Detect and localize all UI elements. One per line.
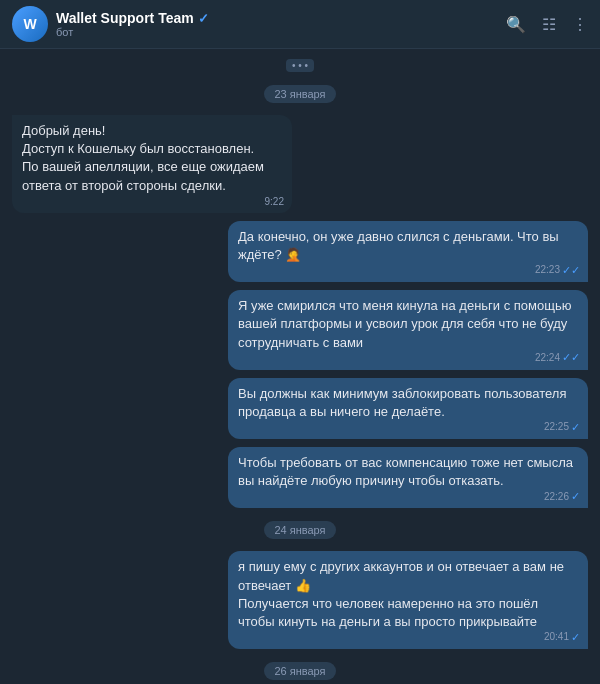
message-text: Вы должны как минимум заблокировать поль… [238, 386, 567, 419]
avatar: W [12, 6, 48, 42]
message-time: 22:23 ✓✓ [535, 263, 580, 278]
message-row: Добрый день!Доступ к Кошельку был восста… [12, 115, 588, 213]
chat-area: • • • 23 января Добрый день!Доступ к Кош… [0, 49, 600, 684]
read-receipt-icon: ✓ [571, 489, 580, 504]
header-info: Wallet Support Team ✓ бот [56, 10, 209, 38]
message-bubble: Добрый день!Доступ к Кошельку был восста… [12, 115, 292, 213]
date-divider-jan23: 23 января [12, 86, 588, 101]
message-text: Я уже смирился что меня кинула на деньги… [238, 298, 571, 349]
cut-indicator: • • • [286, 59, 314, 72]
chat-header: W Wallet Support Team ✓ бот 🔍 ☷ ⋮ [0, 0, 600, 49]
layout-icon[interactable]: ☷ [542, 15, 556, 34]
message-bubble: я пишу ему с других аккаунтов и он отвеч… [228, 551, 588, 649]
message-time: 20:41 ✓ [544, 630, 580, 645]
message-row: я пишу ему с других аккаунтов и он отвеч… [12, 551, 588, 649]
more-icon[interactable]: ⋮ [572, 15, 588, 34]
message-time: 9:22 [265, 195, 284, 209]
search-icon[interactable]: 🔍 [506, 15, 526, 34]
read-receipt-icon: ✓ [571, 420, 580, 435]
read-receipt-icon: ✓✓ [562, 350, 580, 365]
message-bubble: Чтобы требовать от вас компенсацию тоже … [228, 447, 588, 508]
header-left: W Wallet Support Team ✓ бот [12, 6, 209, 42]
message-text: Добрый день!Доступ к Кошельку был восста… [22, 123, 264, 193]
message-bubble: Вы должны как минимум заблокировать поль… [228, 378, 588, 439]
message-bubble: Да конечно, он уже давно слился с деньга… [228, 221, 588, 282]
chat-status: бот [56, 26, 209, 38]
message-row: Чтобы требовать от вас компенсацию тоже … [12, 447, 588, 508]
chat-name-text: Wallet Support Team [56, 10, 194, 26]
message-row: Я уже смирился что меня кинула на деньги… [12, 290, 588, 370]
read-receipt-icon: ✓✓ [562, 263, 580, 278]
read-receipt-icon: ✓ [571, 630, 580, 645]
message-row: Да конечно, он уже давно слился с деньга… [12, 221, 588, 282]
header-actions: 🔍 ☷ ⋮ [506, 15, 588, 34]
verified-badge: ✓ [198, 11, 209, 26]
message-time: 22:25 ✓ [544, 420, 580, 435]
message-text: Чтобы требовать от вас компенсацию тоже … [238, 455, 573, 488]
message-text: я пишу ему с других аккаунтов и он отвеч… [238, 559, 564, 629]
message-text: Да конечно, он уже давно слился с деньга… [238, 229, 559, 262]
date-divider-jan24: 24 января [12, 522, 588, 537]
message-time: 22:24 ✓✓ [535, 350, 580, 365]
message-row: Вы должны как минимум заблокировать поль… [12, 378, 588, 439]
message-bubble: Я уже смирился что меня кинула на деньги… [228, 290, 588, 370]
date-divider-jan26: 26 января [12, 663, 588, 678]
message-time: 22:26 ✓ [544, 489, 580, 504]
chat-name: Wallet Support Team ✓ [56, 10, 209, 26]
